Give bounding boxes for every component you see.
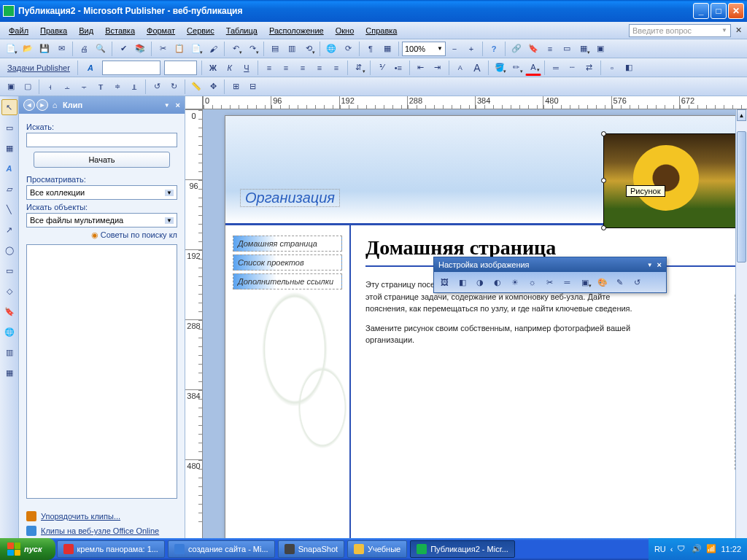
menu-edit[interactable]: Правка — [34, 23, 73, 38]
research-button[interactable]: 📚 — [132, 41, 148, 57]
font-color-button[interactable]: A▾ — [525, 60, 541, 76]
redo-button[interactable]: ↷▾ — [244, 41, 260, 57]
bold-button[interactable]: Ж — [205, 60, 221, 76]
align-left-button[interactable]: ≡ — [261, 60, 277, 76]
group-button[interactable]: ▣ — [3, 79, 19, 95]
fill-color-button[interactable]: 🪣▾ — [492, 60, 508, 76]
close-button[interactable]: ✕ — [728, 3, 744, 19]
shadow-button[interactable]: ▫ — [604, 60, 620, 76]
resize-handle[interactable] — [601, 131, 606, 136]
content-library-tool[interactable]: ▦ — [1, 365, 18, 381]
publication-page[interactable]: Организация Девиз орган Название организ… — [225, 115, 735, 554]
autoshapes-tool[interactable]: ◇ — [1, 283, 18, 299]
menu-window[interactable]: Окно — [330, 23, 360, 38]
more-contrast-button[interactable]: ◑ — [471, 274, 488, 290]
menu-format[interactable]: Формат — [141, 23, 181, 38]
hyperlink-button[interactable]: 🔗 — [508, 41, 525, 57]
refresh-button[interactable]: ⟳ — [340, 41, 356, 57]
less-brightness-button[interactable]: ☼ — [524, 274, 541, 290]
rotate-right-button[interactable]: ↻ — [166, 79, 182, 95]
menu-file[interactable]: Файл — [3, 23, 34, 38]
design-gallery-tool[interactable]: ▥ — [1, 344, 18, 360]
copy-button[interactable]: 📋 — [171, 41, 187, 57]
paste-button[interactable]: 📄▾ — [188, 41, 204, 57]
send-back-button[interactable]: ▥ — [284, 41, 300, 57]
collections-select[interactable]: Все коллекции▼ — [26, 185, 177, 200]
decrease-indent-button[interactable]: ⇤ — [413, 60, 429, 76]
system-tray[interactable]: RU ‹ 🛡 🔊 📶 11:22 — [649, 538, 747, 560]
resize-handle[interactable] — [601, 178, 606, 183]
web-preview-button[interactable]: 🌐 — [323, 41, 339, 57]
organize-clips-link[interactable]: Упорядочить клипы... — [26, 509, 177, 524]
start-button[interactable]: пуск — [0, 538, 55, 560]
line-color-button[interactable]: ✏▾ — [508, 60, 525, 76]
undo-button[interactable]: ↶▾ — [228, 41, 244, 57]
zoom-combo[interactable]: 100%▼ — [402, 42, 446, 56]
crop-button[interactable]: ✂ — [541, 274, 558, 290]
align-top-obj-button[interactable]: ⫪ — [93, 79, 109, 95]
help-search-input[interactable]: Введите вопрос▼ — [629, 24, 731, 37]
guides-button[interactable]: ⊟ — [244, 79, 260, 95]
decrease-font-button[interactable]: A — [452, 60, 468, 76]
textbox-tool[interactable]: ▭ — [1, 120, 18, 136]
task-folder[interactable]: Учебные — [347, 540, 407, 558]
organization-textbox[interactable]: Организация — [240, 189, 340, 207]
task-browser[interactable]: кремль панорама: 1... — [57, 540, 165, 558]
maximize-button[interactable]: □ — [711, 3, 727, 19]
toolbar-options-button[interactable]: ▼ — [647, 262, 653, 268]
taskpane-close-button[interactable]: × — [176, 101, 180, 109]
clip-search-button[interactable]: Начать — [34, 152, 169, 168]
boundaries-button[interactable]: ▦ — [379, 41, 395, 57]
special-chars-button[interactable]: ¶ — [363, 41, 379, 57]
fontsize-combo[interactable] — [164, 61, 197, 75]
3d-button[interactable]: ◧ — [621, 60, 637, 76]
less-contrast-button[interactable]: ◐ — [489, 274, 506, 290]
reset-picture-button[interactable]: ↺ — [629, 274, 646, 290]
menu-table[interactable]: Таблица — [220, 23, 263, 38]
cut-button[interactable]: ✂ — [155, 41, 171, 57]
justify-button[interactable]: ≡ — [311, 60, 328, 76]
menu-tools[interactable]: Сервис — [181, 23, 220, 38]
picture-frame-tool[interactable]: ▱ — [1, 181, 18, 197]
distribute-button[interactable]: ≡ — [328, 60, 344, 76]
nudge-button[interactable]: ✥ — [205, 79, 221, 95]
wordart-tool[interactable]: A — [1, 160, 18, 176]
color-button[interactable]: ◧ — [454, 274, 471, 290]
tray-icon[interactable]: 🛡 — [677, 544, 687, 554]
hero-picture[interactable]: Название организац Рисунок — [603, 133, 735, 228]
language-indicator[interactable]: RU — [654, 545, 666, 553]
rectangle-tool[interactable]: ▭ — [1, 262, 18, 279]
format-painter-button[interactable]: 🖌 — [205, 41, 221, 57]
rotate-left-button[interactable]: ↺ — [149, 79, 165, 95]
more-brightness-button[interactable]: ☀ — [506, 274, 523, 290]
toolbar-close-button[interactable]: × — [657, 260, 662, 269]
task-word[interactable]: создание сайта - Mi... — [168, 540, 275, 558]
canvas-viewport[interactable]: Организация Девиз орган Название организ… — [203, 109, 735, 554]
snap-button[interactable]: ⊞ — [228, 79, 244, 95]
select-tool[interactable]: ↖ — [1, 99, 18, 115]
mediatype-select[interactable]: Все файлы мультимедиа▼ — [26, 213, 177, 228]
menu-insert[interactable]: Вставка — [99, 23, 141, 38]
line-tool[interactable]: ╲ — [1, 201, 18, 217]
bullets-button[interactable]: •≡ — [390, 60, 406, 76]
clipart-placeholder[interactable] — [735, 295, 735, 470]
line-style-pic-button[interactable]: ═ — [559, 274, 576, 290]
styles-button[interactable]: A — [81, 60, 100, 76]
numbering-button[interactable]: ⅟ — [374, 60, 390, 76]
align-center-obj-button[interactable]: ⫠ — [59, 79, 75, 95]
increase-indent-button[interactable]: ⇥ — [430, 60, 446, 76]
rotate-button[interactable]: ⟲▾ — [301, 41, 317, 57]
oval-tool[interactable]: ◯ — [1, 242, 18, 258]
underline-button[interactable]: Ч — [239, 60, 255, 76]
vertical-scrollbar[interactable]: ▲▼ — [735, 109, 747, 554]
mail-button[interactable]: ✉ — [53, 41, 69, 57]
form-button[interactable]: ▦▾ — [576, 41, 592, 57]
tray-arrow-icon[interactable]: ‹ — [670, 545, 673, 553]
office-online-link[interactable]: Клипы на веб-узле Office Online — [26, 524, 177, 538]
help-button[interactable]: ? — [486, 41, 502, 57]
measure-button[interactable]: 📏 — [188, 79, 204, 95]
open-button[interactable]: 📂 — [20, 41, 36, 57]
menu-arrange[interactable]: Расположение — [263, 23, 330, 38]
web-tool[interactable]: 🌐 — [1, 324, 18, 340]
table-tool[interactable]: ▦ — [1, 140, 18, 156]
